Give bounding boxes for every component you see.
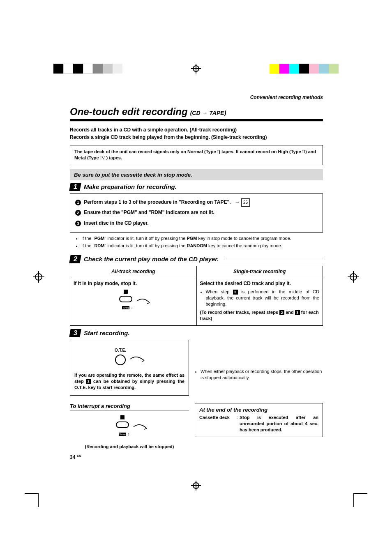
crop-mark — [353, 493, 367, 507]
svg-text:]: ] — [128, 433, 129, 435]
end-recording-box: At the end of the recording Cassette dec… — [195, 403, 323, 437]
registration-mark-right — [348, 271, 359, 283]
step-2-head: 2 Check the current play mode of the CD … — [70, 255, 323, 263]
step-3-head: 3 Start recording. — [70, 329, 323, 337]
note-box: The tape deck of the unit can record sig… — [70, 145, 323, 165]
col-header-single-track: Single-track recording — [196, 266, 323, 277]
section-header: Convenient recording methods — [70, 94, 323, 100]
intro-text: Records all tracks in a CD with a simple… — [70, 126, 323, 141]
step-3-note: When either playback or recording stops,… — [195, 340, 323, 381]
svg-text:Tuning: Tuning — [123, 306, 129, 309]
svg-rect-0 — [124, 290, 128, 294]
step-number-3: 3 — [69, 329, 81, 337]
registration-mark-bottom — [0, 481, 392, 491]
step-1-head: 1 Make preparation for recording. — [70, 183, 323, 191]
svg-rect-9 — [116, 422, 129, 428]
step-1-procedure: 1 Perform steps 1 to 3 of the procedure … — [70, 193, 323, 233]
title-rule-thin — [70, 122, 323, 122]
page-title-row: One-touch edit recording (CD → TAPE) — [70, 106, 323, 117]
registration-bar-top — [0, 64, 392, 74]
step-3-box: O.T.E. If you are operating the remote, … — [70, 340, 189, 396]
registration-mark-left — [33, 271, 44, 283]
svg-point-7 — [115, 355, 125, 365]
step-number-2: 2 — [69, 255, 81, 263]
stop-button-diagram: [ Tuning ] — [111, 289, 156, 314]
svg-rect-8 — [120, 415, 125, 419]
crop-mark — [25, 493, 39, 507]
step-2-table: All-track recording Single-track recordi… — [70, 266, 323, 326]
step-number-1: 1 — [69, 183, 81, 191]
interrupt-section: To interrupt a recording [ Tuning ] (Rec… — [70, 403, 189, 449]
page-number: 34 EN — [70, 454, 323, 460]
svg-text:O.T.E.: O.T.E. — [115, 348, 126, 352]
step-1-notes: If the "PGM" indicator is lit, turn it o… — [70, 233, 323, 253]
page-subtitle: (CD → TAPE) — [190, 110, 226, 116]
title-rule — [70, 119, 323, 121]
caution-box: Be sure to put the cassette deck in stop… — [70, 169, 323, 180]
page-title: One-touch edit recording — [70, 106, 188, 117]
svg-text:]: ] — [131, 306, 132, 309]
stop-button-diagram-2: [ Tuning ] — [105, 415, 154, 442]
svg-rect-1 — [120, 296, 132, 302]
ote-button-diagram: O.T.E. — [105, 348, 154, 370]
cell-all-track: If it is in play mode, stop it. [ Tuning… — [70, 277, 197, 325]
cell-single-track: Select the desired CD track and play it.… — [196, 277, 323, 325]
col-header-all-track: All-track recording — [70, 266, 197, 277]
svg-text:Tuning: Tuning — [119, 433, 125, 435]
